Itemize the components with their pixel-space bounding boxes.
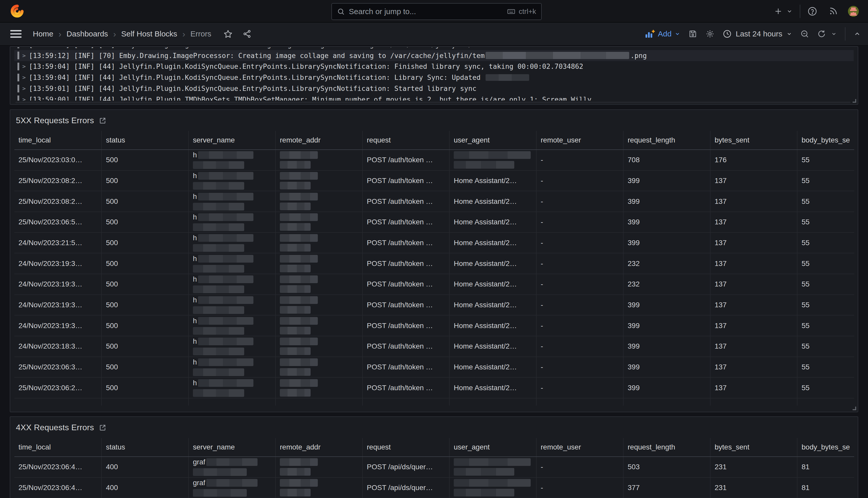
column-header-remote_addr[interactable]: remote_addr xyxy=(275,131,362,149)
cell-text: 399 xyxy=(628,197,640,206)
redacted-text xyxy=(198,255,254,263)
column-header-body_bytes_se[interactable]: body_bytes_se xyxy=(797,131,854,149)
cell-time_local: 24/Nov/2023:18:3… xyxy=(14,336,101,356)
column-header-request_length[interactable]: request_length xyxy=(623,438,710,456)
log-text: [13:59:12] [INF] [70] Emby.Drawing.Image… xyxy=(29,52,485,60)
cell-text: 24/Nov/2023:18:3… xyxy=(18,342,82,350)
column-header-bytes_sent[interactable]: bytes_sent xyxy=(710,131,797,149)
cell-body_bytes_sent: 55 xyxy=(797,253,854,274)
cell-body_bytes_sent: 81 xyxy=(797,457,854,477)
cell-request: POST /auth/token … xyxy=(362,336,449,356)
external-link-icon[interactable] xyxy=(98,116,107,124)
help-button[interactable] xyxy=(808,6,817,16)
cell-text: Home Assistant/2… xyxy=(454,218,517,226)
log-row[interactable]: >[13:59:12] [INF] [70] Emby.Drawing.Imag… xyxy=(14,47,854,50)
log-expand-chevron[interactable]: > xyxy=(22,85,26,92)
cell-text: 25/Nov/2023:08:2… xyxy=(18,176,82,185)
column-header-time_local[interactable]: time_local xyxy=(14,131,101,149)
panel-resize-handle[interactable] xyxy=(853,99,856,103)
cell-text: 24/Nov/2023:19:3… xyxy=(18,260,82,268)
time-range-picker[interactable]: Last 24 hours xyxy=(723,29,792,38)
collapse-toolbar-button[interactable] xyxy=(854,30,861,38)
breadcrumb-folder[interactable]: Self Host Blocks xyxy=(121,29,177,38)
column-header-server_name[interactable]: server_name xyxy=(188,131,275,149)
external-link-icon[interactable] xyxy=(98,423,107,432)
log-expand-chevron[interactable]: > xyxy=(22,74,26,81)
breadcrumb-dashboards[interactable]: Dashboards xyxy=(66,29,108,38)
avatar[interactable] xyxy=(848,6,859,17)
column-header-request[interactable]: request xyxy=(362,131,449,149)
column-header-remote_user[interactable]: remote_user xyxy=(536,131,623,149)
cell-server_name: h xyxy=(188,357,275,377)
log-level-bar xyxy=(17,63,19,70)
log-row[interactable]: >[13:59:00] [INF] [44] Jellyfin.Plugin.T… xyxy=(14,94,854,101)
table-row: 25/Nov/2023:06:5…500hPOST /auth/token …H… xyxy=(14,212,854,233)
column-header-remote_addr[interactable]: remote_addr xyxy=(275,438,362,456)
redacted-text xyxy=(280,285,311,293)
redacted-text xyxy=(280,389,311,397)
add-button[interactable]: Add xyxy=(645,29,680,39)
column-header-time_local[interactable]: time_local xyxy=(14,438,101,456)
cell-remote_user: - xyxy=(536,378,623,398)
cell-text: Home Assistant/2… xyxy=(454,363,517,371)
log-row[interactable]: >[13:59:12] [INF] [70] Emby.Drawing.Imag… xyxy=(14,50,854,61)
cell-user_agent: Home Assistant/2… xyxy=(449,171,536,191)
log-expand-chevron[interactable]: > xyxy=(22,47,26,48)
log-row[interactable]: >[13:59:04] [INF] [44] Jellyfin.Plugin.K… xyxy=(14,72,854,83)
column-header-bytes_sent[interactable]: bytes_sent xyxy=(710,438,797,456)
table-row: 25/Nov/2023:08:2…500hPOST /auth/token …H… xyxy=(14,171,854,192)
new-button[interactable] xyxy=(774,7,782,15)
log-row[interactable]: >[13:59:04] [INF] [44] Jellyfin.Plugin.K… xyxy=(14,61,854,72)
save-dashboard-button[interactable] xyxy=(689,29,697,38)
cell-server_name: h xyxy=(188,171,275,191)
cell-request_length: 399 xyxy=(623,357,710,377)
column-header-request[interactable]: request xyxy=(362,438,449,456)
column-header-user_agent[interactable]: user_agent xyxy=(449,131,536,149)
column-header-server_name[interactable]: server_name xyxy=(188,438,275,456)
panel-4xx-requests-errors: 4XX Requests Errors time_localstatusserv… xyxy=(10,416,858,498)
log-expand-chevron[interactable]: > xyxy=(22,63,26,69)
cell-text: 25/Nov/2023:06:3… xyxy=(18,363,82,371)
mega-menu-button[interactable] xyxy=(10,30,22,38)
share-button[interactable] xyxy=(243,29,252,38)
table-row: 25/Nov/2023:08:2…500hPOST /auth/token …H… xyxy=(14,191,854,212)
refresh-button[interactable] xyxy=(817,29,826,38)
cell-remote_user: - xyxy=(536,295,623,315)
column-header-status[interactable]: status xyxy=(101,131,188,149)
redacted-text xyxy=(280,358,318,366)
grafana-logo[interactable] xyxy=(10,4,24,18)
column-header-remote_user[interactable]: remote_user xyxy=(536,438,623,456)
cell-text: 137 xyxy=(715,363,727,371)
cell-bytes_sent: 137 xyxy=(710,295,797,315)
panel-title[interactable]: 4XX Requests Errors xyxy=(16,423,94,432)
column-header-body_bytes_se[interactable]: body_bytes_se xyxy=(797,438,854,456)
news-button[interactable] xyxy=(828,7,838,16)
redacted-text xyxy=(454,161,514,169)
zoom-out-button[interactable] xyxy=(800,29,809,38)
redacted-text xyxy=(280,223,311,231)
cell-text: - xyxy=(541,176,543,185)
column-header-request_length[interactable]: request_length xyxy=(623,131,710,149)
refresh-interval-chevron[interactable] xyxy=(831,31,837,37)
cell-request_length: 503 xyxy=(623,457,710,477)
panel-resize-handle[interactable] xyxy=(853,407,856,410)
column-header-user_agent[interactable]: user_agent xyxy=(449,438,536,456)
panel-title[interactable]: 5XX Requests Errors xyxy=(16,116,94,125)
redacted-text xyxy=(280,338,318,345)
log-row[interactable]: >[13:59:01] [INF] [44] Jellyfin.Plugin.K… xyxy=(14,83,854,94)
table-row: 25/Nov/2023:03:0…500hPOST /auth/token …-… xyxy=(14,150,854,171)
cell-text: - xyxy=(541,342,543,350)
column-header-status[interactable]: status xyxy=(101,438,188,456)
redacted-text xyxy=(193,203,244,210)
favorite-button[interactable] xyxy=(224,29,232,38)
redacted-text xyxy=(198,379,254,387)
cell-time_local: 24/Nov/2023:19:3… xyxy=(14,295,101,315)
log-expand-chevron[interactable]: > xyxy=(22,96,26,101)
log-expand-chevron[interactable]: > xyxy=(22,52,26,59)
new-dropdown-chevron[interactable] xyxy=(786,8,792,14)
breadcrumb-home[interactable]: Home xyxy=(33,29,53,38)
horizontal-scrollbar[interactable] xyxy=(15,102,851,103)
dashboard-settings-button[interactable] xyxy=(705,29,715,39)
search-input[interactable]: Search or jump to... ctrl+k xyxy=(331,3,542,20)
redacted-text xyxy=(280,317,318,325)
